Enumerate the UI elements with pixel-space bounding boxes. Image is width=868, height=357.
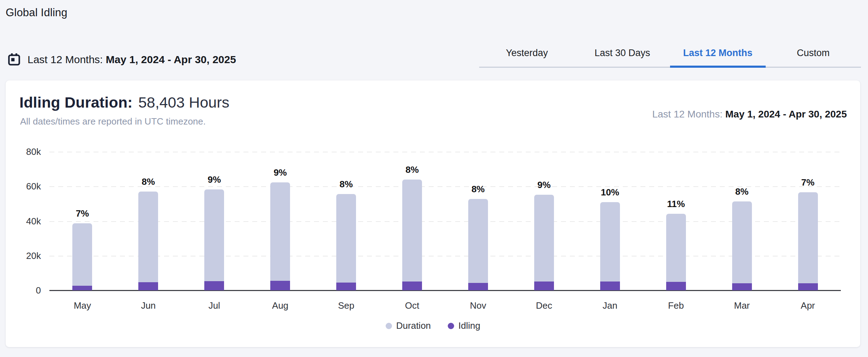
- x-axis-label-sep: Sep: [338, 300, 354, 311]
- x-axis-label-aug: Aug: [272, 300, 288, 311]
- date-range-tabs: YesterdayLast 30 DaysLast 12 MonthsCusto…: [479, 40, 861, 68]
- bar-slot-oct: 8%: [379, 152, 445, 290]
- legend-dot-idling: [448, 323, 454, 329]
- duration-bar-sep[interactable]: [336, 194, 356, 290]
- duration-bar-apr[interactable]: [798, 192, 818, 290]
- legend-item-duration[interactable]: Duration: [386, 320, 431, 331]
- x-axis-label-jun: Jun: [141, 300, 156, 311]
- x-axis-label-feb: Feb: [668, 300, 684, 311]
- legend-item-idling[interactable]: Idling: [448, 320, 480, 331]
- idling-segment-jun[interactable]: [138, 282, 158, 290]
- bar-slot-jul: 9%: [181, 152, 247, 290]
- bar-slot-jan: 10%: [577, 152, 643, 290]
- global-idling-page: Global Idling Last 12 Months: May 1, 202…: [0, 0, 868, 357]
- bar-slot-apr: 7%: [775, 152, 841, 290]
- date-range-text: Last 12 Months: May 1, 2024 - Apr 30, 20…: [28, 54, 236, 66]
- idling-segment-jul[interactable]: [204, 281, 224, 290]
- card-title-row: Idling Duration: 58,403 Hours: [19, 94, 229, 111]
- idling-percent-label: 8%: [471, 184, 485, 195]
- idling-duration-card: Idling Duration: 58,403 Hours All dates/…: [6, 80, 860, 347]
- duration-bar-jun[interactable]: [138, 192, 158, 290]
- y-axis-tick: 20k: [9, 250, 41, 261]
- bar-slot-nov: 8%: [445, 152, 511, 290]
- idling-percent-label: 11%: [667, 199, 685, 210]
- idling-segment-feb[interactable]: [666, 282, 686, 290]
- idling-percent-label: 8%: [405, 164, 419, 175]
- bar-slot-may: 7%: [49, 152, 115, 290]
- bar-slot-aug: 9%: [247, 152, 313, 290]
- idling-percent-label: 8%: [735, 186, 749, 197]
- duration-bar-feb[interactable]: [666, 214, 686, 290]
- x-axis-label-may: May: [74, 300, 91, 311]
- x-axis-label-nov: Nov: [470, 300, 486, 311]
- calendar-icon: [7, 52, 21, 67]
- card-range-label: Last 12 Months:: [652, 109, 722, 120]
- y-axis-tick: 60k: [9, 181, 41, 192]
- idling-percent-label: 9%: [273, 167, 287, 178]
- y-axis-tick: 80k: [9, 146, 41, 157]
- idling-segment-mar[interactable]: [732, 283, 752, 290]
- date-range-value: May 1, 2024 - Apr 30, 2025: [106, 54, 236, 65]
- y-axis-tick: 0: [9, 285, 41, 296]
- date-range-label: Last 12 Months:: [28, 54, 103, 65]
- tab-last-30-days[interactable]: Last 30 Days: [575, 40, 670, 67]
- page-title: Global Idling: [6, 6, 67, 19]
- duration-bar-aug[interactable]: [270, 182, 290, 290]
- duration-bar-oct[interactable]: [402, 180, 422, 290]
- x-axis-label-jul: Jul: [209, 300, 220, 311]
- duration-bar-jul[interactable]: [204, 189, 224, 290]
- x-axis-label-jan: Jan: [603, 300, 617, 311]
- card-range-text: Last 12 Months: May 1, 2024 - Apr 30, 20…: [652, 109, 847, 120]
- duration-bar-nov[interactable]: [468, 199, 488, 290]
- y-axis-tick: 40k: [9, 216, 41, 226]
- chart-legend: DurationIdling: [6, 320, 860, 331]
- legend-label: Duration: [396, 320, 431, 331]
- date-range-display[interactable]: Last 12 Months: May 1, 2024 - Apr 30, 20…: [7, 52, 236, 67]
- idling-segment-sep[interactable]: [336, 283, 356, 290]
- idling-segment-aug[interactable]: [270, 281, 290, 291]
- idling-segment-oct[interactable]: [402, 282, 422, 290]
- card-title-value: 58,403 Hours: [138, 94, 229, 111]
- x-axis-label-oct: Oct: [405, 300, 419, 311]
- tab-custom[interactable]: Custom: [766, 40, 861, 67]
- idling-percent-label: 9%: [537, 180, 551, 190]
- idling-percent-label: 9%: [207, 174, 221, 185]
- idling-percent-label: 10%: [601, 187, 619, 198]
- duration-bar-dec[interactable]: [534, 195, 554, 290]
- idling-percent-label: 7%: [801, 177, 815, 188]
- x-axis-label-apr: Apr: [801, 300, 815, 311]
- duration-bar-mar[interactable]: [732, 201, 752, 290]
- idling-percent-label: 7%: [76, 208, 89, 219]
- duration-bar-may[interactable]: [72, 223, 92, 290]
- card-range-value: May 1, 2024 - Apr 30, 2025: [725, 109, 847, 120]
- x-axis-label-mar: Mar: [734, 300, 750, 311]
- idling-segment-apr[interactable]: [798, 283, 818, 290]
- legend-dot-duration: [386, 323, 392, 329]
- duration-bar-jan[interactable]: [600, 202, 620, 290]
- bar-chart-plot: 80k60k40k20k07%May8%Jun9%Jul9%Aug8%Sep8%…: [49, 152, 841, 290]
- idling-percent-label: 8%: [142, 176, 155, 187]
- card-title-label: Idling Duration:: [19, 94, 133, 111]
- idling-segment-nov[interactable]: [468, 283, 488, 290]
- bar-slot-feb: 11%: [643, 152, 709, 290]
- legend-label: Idling: [458, 320, 480, 331]
- bar-slot-mar: 8%: [709, 152, 775, 290]
- x-axis-label-dec: Dec: [536, 300, 552, 311]
- bar-slot-sep: 8%: [313, 152, 379, 290]
- idling-percent-label: 8%: [339, 179, 353, 190]
- idling-segment-jan[interactable]: [600, 282, 620, 290]
- bar-slot-jun: 8%: [115, 152, 181, 290]
- card-subtitle: All dates/times are reported in UTC time…: [20, 116, 206, 127]
- bar-slot-dec: 9%: [511, 152, 577, 290]
- tab-last-12-months[interactable]: Last 12 Months: [670, 40, 766, 67]
- idling-segment-may[interactable]: [72, 286, 92, 290]
- tab-yesterday[interactable]: Yesterday: [479, 40, 575, 67]
- idling-segment-dec[interactable]: [534, 282, 554, 290]
